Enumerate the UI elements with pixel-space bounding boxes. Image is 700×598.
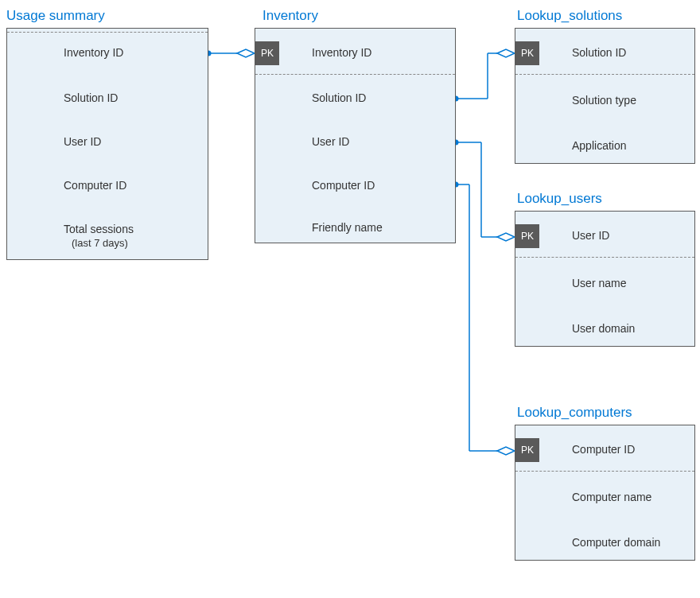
entity-title-lookup-computers: Lookup_computers xyxy=(517,405,632,421)
svg-marker-7 xyxy=(497,49,515,57)
field-label: Computer name xyxy=(572,491,651,503)
svg-marker-17 xyxy=(497,447,515,455)
field-label: User ID xyxy=(64,135,101,148)
dashed-separator xyxy=(515,471,694,472)
entity-title-lookup-solutions: Lookup_solutions xyxy=(517,8,622,24)
field-label: Computer domain xyxy=(572,536,660,549)
field-label: User ID xyxy=(312,135,349,148)
pk-badge: PK xyxy=(515,41,539,65)
pk-badge: PK xyxy=(255,41,279,65)
field-label: Solution ID xyxy=(64,91,118,104)
svg-marker-2 xyxy=(237,49,255,57)
entity-title-lookup-users: Lookup_users xyxy=(517,191,602,207)
field-label: User domain xyxy=(572,322,635,335)
dashed-separator xyxy=(515,257,694,258)
svg-marker-12 xyxy=(497,233,515,241)
field-label: Inventory ID xyxy=(312,46,371,59)
field-label: User name xyxy=(572,277,626,289)
field-label: Total sessions xyxy=(64,223,134,235)
field-label: Inventory ID xyxy=(64,46,123,59)
entity-title-inventory: Inventory xyxy=(262,8,318,24)
field-label: User ID xyxy=(572,229,609,242)
field-label: Computer ID xyxy=(312,179,375,192)
pk-badge: PK xyxy=(515,438,539,462)
field-label: Solution type xyxy=(572,94,636,107)
field-label: Solution ID xyxy=(312,91,366,104)
field-label: Computer ID xyxy=(572,443,635,456)
pk-badge: PK xyxy=(515,224,539,248)
entity-box-inventory xyxy=(255,28,456,243)
field-label: Application xyxy=(572,139,627,152)
dashed-separator xyxy=(7,32,208,33)
dashed-separator xyxy=(255,74,455,75)
field-label: Computer ID xyxy=(64,179,126,192)
field-label: Friendly name xyxy=(312,221,383,234)
entity-title-usage-summary: Usage summary xyxy=(6,8,105,24)
field-label: Solution ID xyxy=(572,46,626,59)
field-sublabel: (last 7 days) xyxy=(72,237,128,249)
dashed-separator xyxy=(515,74,694,75)
